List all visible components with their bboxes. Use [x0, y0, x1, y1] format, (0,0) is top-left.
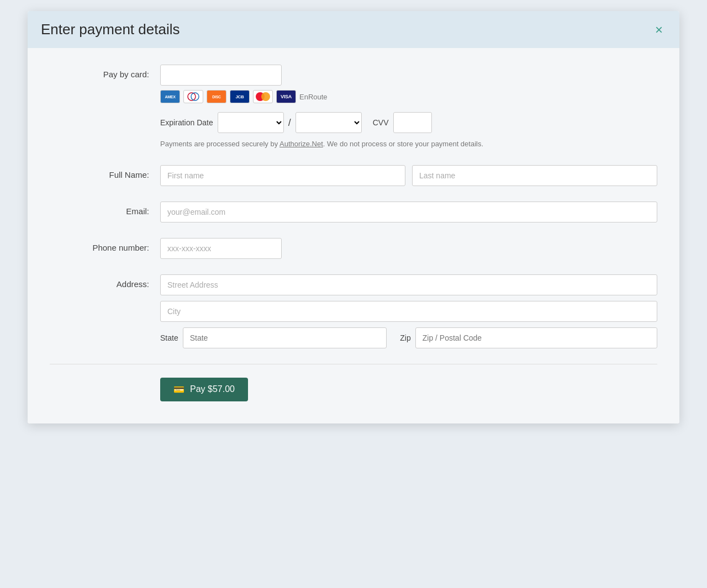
cvv-input[interactable] [393, 112, 432, 133]
name-fields [160, 165, 657, 186]
street-input[interactable] [160, 274, 657, 295]
email-label: Email: [50, 202, 160, 216]
expiry-label: Expiration Date [160, 118, 213, 127]
state-zip-row: State Zip [160, 327, 657, 348]
svg-point-3 [261, 92, 270, 101]
state-label: State [160, 333, 178, 342]
visa-icon: VISA [276, 90, 296, 103]
dialog-body: Pay by card: AMEX DISC JCB VISA EnRoute [28, 48, 679, 423]
pay-button-row: 💳 Pay $57.00 [50, 378, 657, 401]
enroute-label: EnRoute [299, 93, 328, 101]
expiry-separator: / [288, 117, 291, 129]
state-input[interactable] [183, 327, 387, 348]
pay-button-label: Pay $57.00 [190, 384, 235, 394]
form-divider [50, 364, 657, 364]
last-name-input[interactable] [412, 165, 657, 186]
pay-by-card-row: Pay by card: AMEX DISC JCB VISA EnRoute [50, 65, 657, 150]
amex-icon: AMEX [160, 90, 180, 103]
phone-row: Phone number: [50, 238, 657, 259]
expiry-month-select[interactable]: 010203 040506 070809 101112 [218, 112, 284, 133]
dialog-header: Enter payment details × [28, 11, 679, 48]
zip-label: Zip [400, 333, 410, 342]
card-content: AMEX DISC JCB VISA EnRoute Expiration Da… [160, 65, 657, 150]
expiry-row: Expiration Date 010203 040506 070809 101… [160, 112, 657, 133]
dialog-title: Enter payment details [41, 21, 180, 38]
pay-by-card-label: Pay by card: [50, 65, 160, 79]
zip-input[interactable] [415, 327, 657, 348]
pay-button[interactable]: 💳 Pay $57.00 [160, 378, 248, 401]
city-input[interactable] [160, 301, 657, 322]
card-number-input[interactable] [160, 65, 282, 86]
first-name-input[interactable] [160, 165, 405, 186]
card-icons-row: AMEX DISC JCB VISA EnRoute [160, 90, 657, 103]
mastercard-icon [253, 90, 273, 103]
full-name-label: Full Name: [50, 165, 160, 179]
email-field-wrap [160, 202, 657, 223]
phone-field-wrap [160, 238, 657, 259]
phone-label: Phone number: [50, 238, 160, 252]
address-row: Address: State Zip [50, 274, 657, 348]
email-input[interactable] [160, 202, 657, 223]
full-name-row: Full Name: [50, 165, 657, 186]
pay-card-icon: 💳 [173, 384, 184, 395]
jcb-icon: JCB [230, 90, 250, 103]
diners-icon [183, 90, 203, 103]
authorize-net-link[interactable]: Authorize.Net [279, 140, 323, 148]
secure-text: Payments are processed securely by Autho… [160, 139, 657, 150]
expiry-year-select[interactable]: 202420252026 202720282029 2030 [296, 112, 362, 133]
close-button[interactable]: × [652, 22, 666, 38]
discover-icon: DISC [207, 90, 226, 103]
address-fields: State Zip [160, 274, 657, 348]
address-label: Address: [50, 274, 160, 289]
email-row: Email: [50, 202, 657, 223]
payment-dialog: Enter payment details × Pay by card: AME… [28, 11, 679, 423]
cvv-label: CVV [373, 118, 389, 127]
phone-input[interactable] [160, 238, 282, 259]
